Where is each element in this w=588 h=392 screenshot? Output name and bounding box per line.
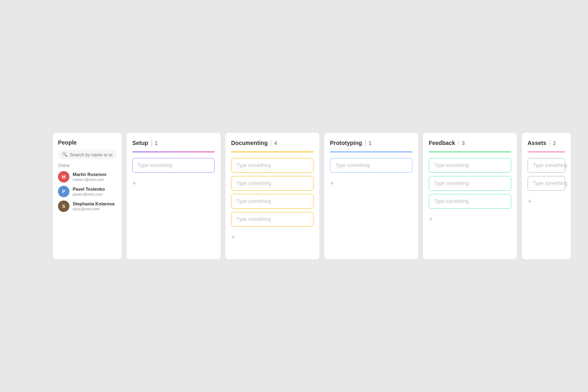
user-email: s321@miro.com bbox=[73, 207, 115, 211]
column-title: Documenting bbox=[231, 140, 267, 146]
assets-title: Assets bbox=[528, 140, 546, 146]
assets-header: Assets | 2 bbox=[528, 139, 565, 147]
assets-card-item[interactable]: Type something bbox=[528, 176, 565, 191]
user-email: pavel.t@miro.com bbox=[73, 192, 105, 196]
column-divider: | bbox=[458, 139, 459, 147]
column-count: 3 bbox=[462, 140, 465, 146]
user-name: Stephania Kolarova bbox=[73, 201, 115, 207]
columns-container: Setup | 1 Type something + Documenting |… bbox=[127, 133, 517, 259]
board-container: People 🔍 Online M Martin Rusenov martin.… bbox=[53, 133, 571, 259]
online-label: Online bbox=[58, 163, 117, 168]
user-list: M Martin Rusenov martin.r@miro.com P Pav… bbox=[58, 171, 117, 212]
column-setup: Setup | 1 Type something + bbox=[127, 133, 220, 259]
column-prototyping: Prototyping | 1 Type something + bbox=[324, 133, 418, 259]
user-info: Stephania Kolarova s321@miro.com bbox=[73, 201, 115, 211]
avatar: M bbox=[58, 171, 69, 183]
user-item: M Martin Rusenov martin.r@miro.com bbox=[58, 171, 117, 183]
search-box[interactable]: 🔍 bbox=[58, 150, 117, 159]
column-feedback: Feedback | 3 Type something Type somethi… bbox=[423, 133, 517, 259]
column-line bbox=[429, 151, 511, 152]
search-icon: 🔍 bbox=[62, 152, 68, 157]
search-input[interactable] bbox=[70, 152, 113, 157]
column-header: Feedback | 3 bbox=[429, 139, 511, 147]
column-count: 4 bbox=[274, 140, 277, 146]
column-divider: | bbox=[151, 139, 152, 147]
assets-panel: Assets | 2 Type somethingType something … bbox=[522, 133, 571, 259]
user-name: Pavel Teslenko bbox=[73, 187, 105, 192]
column-title: Feedback bbox=[429, 140, 455, 146]
card-item[interactable]: Type something bbox=[132, 158, 215, 173]
user-email: martin.r@miro.com bbox=[73, 178, 107, 182]
avatar: S bbox=[58, 200, 69, 212]
avatar: P bbox=[58, 186, 69, 197]
column-count: 1 bbox=[369, 140, 372, 146]
assets-cards: Type somethingType something bbox=[528, 158, 565, 191]
card-item[interactable]: Type something bbox=[231, 212, 314, 227]
card-item[interactable]: Type something bbox=[429, 158, 511, 173]
card-item[interactable]: Type samething bbox=[429, 194, 511, 209]
assets-count: 2 bbox=[553, 140, 556, 146]
column-documenting: Documenting | 4 Type something Type some… bbox=[225, 133, 319, 259]
add-card-button[interactable]: + bbox=[429, 214, 511, 225]
column-line bbox=[132, 151, 215, 152]
card-item[interactable]: Type something bbox=[330, 158, 412, 173]
column-header: Documenting | 4 bbox=[231, 139, 314, 147]
user-info: Pavel Teslenko pavel.t@miro.com bbox=[73, 187, 105, 196]
column-count: 1 bbox=[155, 140, 158, 146]
user-item: S Stephania Kolarova s321@miro.com bbox=[58, 200, 117, 212]
column-title: Prototyping bbox=[330, 140, 362, 146]
card-item[interactable]: Type something bbox=[231, 194, 314, 209]
column-line bbox=[231, 151, 314, 152]
column-divider: | bbox=[270, 139, 272, 147]
assets-divider: | bbox=[549, 139, 550, 147]
column-title: Setup bbox=[132, 140, 148, 146]
people-title: People bbox=[58, 139, 117, 146]
column-header: Setup | 1 bbox=[132, 139, 215, 147]
add-card-button[interactable]: + bbox=[231, 232, 314, 243]
user-name: Martin Rusenov bbox=[73, 172, 107, 177]
card-item[interactable]: Type something bbox=[231, 176, 314, 191]
assets-add-button[interactable]: + bbox=[528, 196, 532, 207]
assets-card-item[interactable]: Type something bbox=[528, 158, 565, 173]
card-item[interactable]: Type something bbox=[429, 176, 511, 191]
user-info: Martin Rusenov martin.r@miro.com bbox=[73, 172, 107, 181]
add-card-button[interactable]: + bbox=[132, 178, 215, 189]
card-item[interactable]: Type something bbox=[231, 158, 314, 173]
add-card-button[interactable]: + bbox=[330, 178, 412, 189]
user-item: P Pavel Teslenko pavel.t@miro.com bbox=[58, 186, 117, 197]
column-header: Prototyping | 1 bbox=[330, 139, 412, 147]
people-panel: People 🔍 Online M Martin Rusenov martin.… bbox=[53, 133, 122, 259]
assets-line bbox=[528, 151, 565, 152]
column-divider: | bbox=[365, 139, 366, 147]
column-line bbox=[330, 151, 412, 152]
